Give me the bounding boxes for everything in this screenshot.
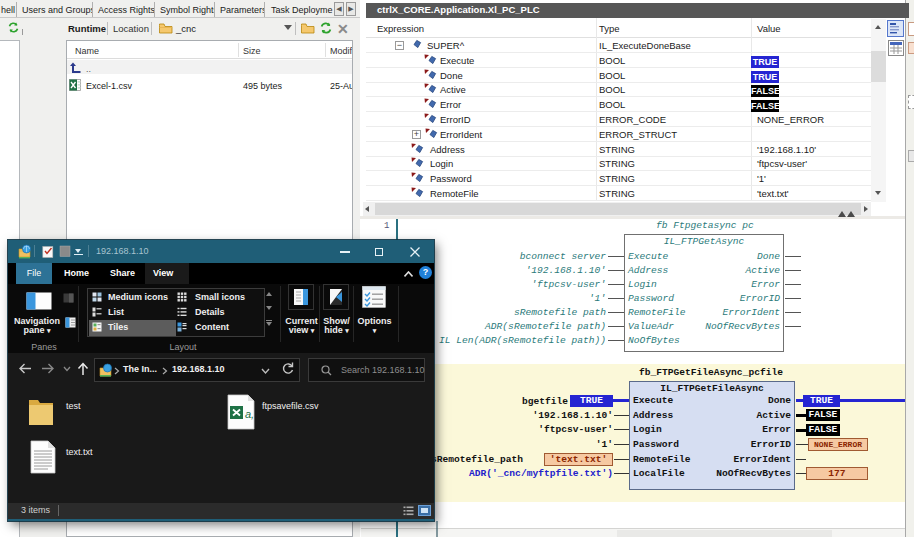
svg-text:a,: a,	[245, 408, 254, 420]
